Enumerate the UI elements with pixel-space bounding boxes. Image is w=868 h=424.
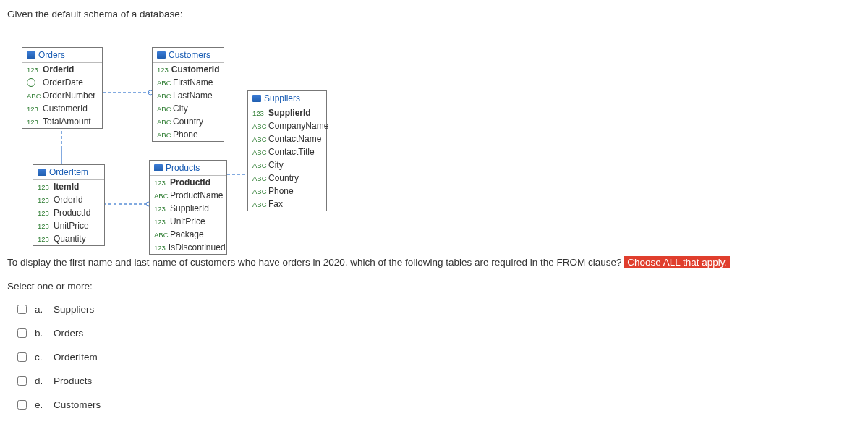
number-type-icon: 123	[27, 118, 40, 126]
entity-products: Products 123ProductIdABCProductName123Su…	[149, 160, 227, 255]
entity-field: 123ProductId	[33, 206, 104, 219]
string-type-icon: ABC	[157, 79, 170, 87]
field-name: CustomerId	[171, 64, 220, 75]
option-row: c.OrderItem	[7, 345, 861, 369]
entity-orderitem: OrderItem 123ItemId123OrderId123ProductI…	[33, 164, 105, 246]
entity-field: 123SupplierId	[248, 106, 326, 119]
field-name: Country	[268, 173, 299, 183]
entity-field: ABCPackage	[150, 228, 226, 241]
entity-field: 123IsDiscontinued	[150, 241, 226, 254]
entity-field: 123SupplierId	[150, 202, 226, 215]
string-type-icon: ABC	[252, 122, 265, 130]
option-checkbox[interactable]	[17, 352, 27, 362]
string-type-icon: ABC	[157, 131, 170, 139]
string-type-icon: ABC	[252, 187, 265, 195]
field-name: ItemId	[54, 182, 79, 192]
entity-field: 123CustomerId	[153, 63, 224, 76]
option-checkbox[interactable]	[17, 305, 27, 314]
number-type-icon: 123	[154, 244, 166, 252]
entity-field: ABCLastName	[153, 89, 224, 102]
field-name: OrderDate	[43, 77, 83, 88]
option-row: d.Products	[7, 369, 861, 393]
field-name: Country	[173, 116, 203, 127]
number-type-icon: 123	[27, 105, 40, 113]
entity-field: ABCCountry	[248, 171, 326, 185]
entity-field: 123UnitPrice	[150, 215, 226, 228]
number-type-icon: 123	[154, 205, 167, 213]
option-label: Customers	[54, 399, 101, 410]
string-type-icon: ABC	[157, 92, 170, 100]
entity-field: 123ItemId	[33, 180, 104, 193]
field-name: UnitPrice	[54, 221, 89, 231]
field-name: UnitPrice	[170, 216, 205, 226]
option-letter: a.	[35, 304, 48, 315]
entity-field: 123UnitPrice	[33, 219, 104, 232]
field-list: 123SupplierIdABCCompanyNameABCContactNam…	[248, 106, 326, 211]
string-type-icon: ABC	[157, 105, 170, 113]
number-type-icon: 123	[38, 222, 51, 230]
option-checkbox[interactable]	[17, 400, 27, 410]
field-name: OrderId	[54, 195, 83, 205]
number-type-icon: 123	[252, 109, 265, 117]
string-type-icon: ABC	[252, 174, 265, 182]
entity-field: 123Quantity	[33, 232, 104, 245]
schema-diagram: Orders 123OrderIdOrderDateABCOrderNumber…	[7, 25, 861, 250]
field-name: IsDiscontinued	[169, 242, 226, 253]
entity-field: 123TotalAmount	[22, 115, 102, 128]
field-name: Package	[170, 229, 204, 239]
entity-suppliers: Suppliers 123SupplierIdABCCompanyNameABC…	[247, 90, 327, 211]
entity-field: ABCPhone	[248, 185, 326, 198]
option-checkbox[interactable]	[17, 328, 27, 338]
field-name: TotalAmount	[43, 116, 91, 127]
entity-field: ABCCity	[248, 158, 326, 171]
question-prefix: To display the first name and last name …	[7, 257, 624, 268]
option-label: Products	[54, 376, 92, 386]
field-name: ProductName	[170, 190, 223, 200]
option-letter: b.	[35, 328, 48, 339]
option-checkbox[interactable]	[17, 376, 27, 386]
field-name: Phone	[268, 186, 294, 196]
field-name: CompanyName	[268, 121, 328, 131]
entity-field: ABCCompanyName	[248, 119, 326, 132]
entity-title: Orders	[22, 48, 102, 63]
string-type-icon: ABC	[252, 161, 265, 169]
option-row: e.Customers	[7, 393, 861, 417]
field-list: 123ItemId123OrderId123ProductId123UnitPr…	[33, 180, 104, 245]
entity-field: ABCContactName	[248, 132, 326, 145]
field-name: Phone	[173, 130, 198, 140]
number-type-icon: 123	[157, 66, 169, 74]
option-label: Suppliers	[54, 304, 94, 315]
number-type-icon: 123	[38, 183, 51, 191]
field-list: 123OrderIdOrderDateABCOrderNumber123Cust…	[22, 63, 102, 128]
option-letter: c.	[35, 352, 48, 362]
option-letter: d.	[35, 376, 48, 386]
field-name: LastName	[173, 90, 213, 101]
field-name: ContactTitle	[268, 147, 315, 157]
option-letter: e.	[35, 399, 48, 410]
entity-orders: Orders 123OrderIdOrderDateABCOrderNumber…	[22, 47, 103, 129]
string-type-icon: ABC	[252, 148, 265, 156]
entity-field: ABCPhone	[153, 128, 224, 141]
entity-field: ABCCountry	[153, 115, 224, 128]
entity-customers: Customers 123CustomerIdABCFirstNameABCLa…	[152, 47, 224, 142]
select-instructions: Select one or more:	[7, 281, 861, 292]
date-type-icon	[27, 77, 40, 88]
entity-title: Suppliers	[248, 91, 326, 106]
number-type-icon: 123	[38, 209, 51, 217]
field-name: OrderNumber	[43, 90, 95, 101]
entity-field: 123OrderId	[22, 63, 102, 76]
entity-field: ABCFirstName	[153, 76, 224, 89]
string-type-icon: ABC	[27, 92, 40, 100]
entity-field: 123ProductId	[150, 176, 226, 189]
number-type-icon: 123	[27, 66, 40, 74]
option-label: OrderItem	[54, 352, 98, 362]
entity-field: 123CustomerId	[22, 102, 102, 115]
option-row: b.Orders	[7, 321, 861, 345]
entity-field: ABCCity	[153, 102, 224, 115]
intro-text: Given the default schema of a database:	[7, 9, 861, 20]
options-list: a.Suppliersb.Ordersc.OrderItemd.Products…	[7, 297, 861, 417]
entity-field: ABCFax	[248, 198, 326, 211]
field-name: City	[173, 103, 188, 114]
entity-field: ABCContactTitle	[248, 145, 326, 158]
string-type-icon: ABC	[252, 200, 265, 208]
